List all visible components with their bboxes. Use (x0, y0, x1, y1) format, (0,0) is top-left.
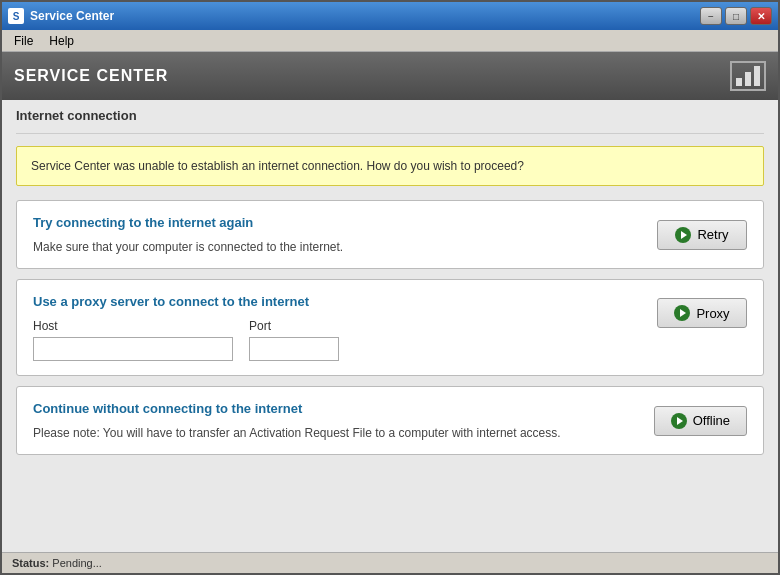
logo-bar-3 (754, 66, 760, 86)
proxy-button[interactable]: Proxy (657, 298, 747, 328)
status-label: Status: (12, 557, 49, 569)
retry-button-label: Retry (697, 227, 728, 242)
host-field-group: Host (33, 319, 233, 361)
minimize-button[interactable]: − (700, 7, 722, 25)
warning-box: Service Center was unable to establish a… (16, 146, 764, 186)
host-label: Host (33, 319, 233, 333)
proxy-card-content: Use a proxy server to connect to the int… (33, 294, 645, 361)
proxy-fields: Host Port (33, 319, 645, 361)
close-button[interactable]: ✕ (750, 7, 772, 25)
retry-card-content: Try connecting to the internet again Mak… (33, 215, 645, 254)
offline-card: Continue without connecting to the inter… (16, 386, 764, 455)
port-label: Port (249, 319, 339, 333)
section-title: Internet connection (16, 100, 764, 134)
port-field-group: Port (249, 319, 339, 361)
menu-bar: File Help (2, 30, 778, 52)
proxy-play-icon (674, 305, 690, 321)
status-bar: Status: Pending... (2, 552, 778, 573)
window-title: Service Center (30, 9, 114, 23)
app-icon: S (8, 8, 24, 24)
offline-button-label: Offline (693, 413, 730, 428)
retry-play-icon (675, 227, 691, 243)
logo-bars (736, 66, 760, 86)
offline-card-title: Continue without connecting to the inter… (33, 401, 642, 416)
proxy-button-label: Proxy (696, 306, 729, 321)
app-logo (730, 61, 766, 91)
file-menu[interactable]: File (6, 32, 41, 50)
title-bar-left: S Service Center (8, 8, 114, 24)
offline-card-desc: Please note: You will have to transfer a… (33, 426, 642, 440)
help-menu[interactable]: Help (41, 32, 82, 50)
title-bar: S Service Center − □ ✕ (2, 2, 778, 30)
maximize-button[interactable]: □ (725, 7, 747, 25)
app-header-title: SERVICE CENTER (14, 67, 168, 85)
retry-card: Try connecting to the internet again Mak… (16, 200, 764, 269)
retry-button[interactable]: Retry (657, 220, 747, 250)
status-value: Pending... (52, 557, 102, 569)
warning-message: Service Center was unable to establish a… (31, 159, 524, 173)
app-header: SERVICE CENTER (2, 52, 778, 100)
offline-button[interactable]: Offline (654, 406, 747, 436)
proxy-card: Use a proxy server to connect to the int… (16, 279, 764, 376)
offline-card-content: Continue without connecting to the inter… (33, 401, 642, 440)
logo-bar-2 (745, 72, 751, 86)
retry-card-desc: Make sure that your computer is connecte… (33, 240, 645, 254)
proxy-card-title: Use a proxy server to connect to the int… (33, 294, 645, 309)
host-input[interactable] (33, 337, 233, 361)
main-window: S Service Center − □ ✕ File Help SERVICE… (0, 0, 780, 575)
retry-card-title: Try connecting to the internet again (33, 215, 645, 230)
main-content: Internet connection Service Center was u… (2, 100, 778, 573)
port-input[interactable] (249, 337, 339, 361)
title-bar-controls: − □ ✕ (700, 7, 772, 25)
offline-play-icon (671, 413, 687, 429)
logo-bar-1 (736, 78, 742, 86)
